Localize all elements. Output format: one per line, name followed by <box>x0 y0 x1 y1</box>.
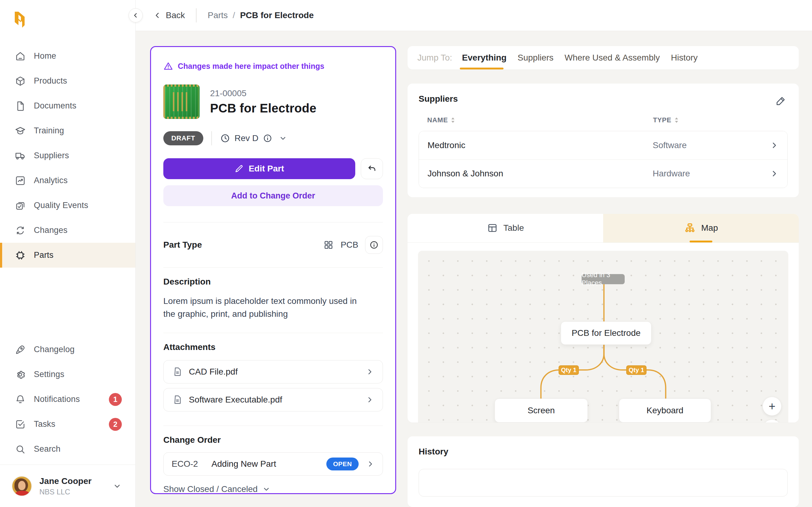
map-zoom-in-button[interactable]: + <box>762 397 781 416</box>
sort-icon <box>674 117 678 123</box>
analytics-icon <box>15 175 26 186</box>
show-closed-canceled-toggle[interactable]: Show Closed / Canceled <box>163 484 383 494</box>
change-order-id: ECO-2 <box>172 459 198 469</box>
revision-label: Rev D <box>235 133 259 143</box>
user-name: Jane Cooper <box>39 476 92 487</box>
attachment-row[interactable]: CAD File.pdf <box>163 360 383 384</box>
supplier-type: Hardware <box>653 169 754 178</box>
topbar-divider <box>196 8 197 22</box>
documents-icon <box>15 101 26 112</box>
tab-where-used-assembly[interactable]: Where Used & Assembly <box>565 53 660 63</box>
supplier-row[interactable]: Johnson & Johnson Hardware <box>419 160 788 188</box>
gear-icon <box>15 369 26 380</box>
edit-part-button[interactable]: Edit Part <box>163 158 355 179</box>
file-icon <box>172 367 183 377</box>
breadcrumb-parts[interactable]: Parts <box>208 10 227 20</box>
sidebar-item-settings[interactable]: Settings <box>0 362 135 387</box>
part-type-section: Part Type PCB <box>163 222 383 267</box>
tab-map-view[interactable]: Map <box>603 214 799 242</box>
sidebar-item-label: Suppliers <box>34 151 69 160</box>
map-node-screen[interactable]: Screen <box>495 399 588 422</box>
sidebar: Home Products Documents Training <box>0 0 136 507</box>
breadcrumb-current-page: PCB for Electrode <box>240 10 314 20</box>
map-node-root[interactable]: PCB for Electrode <box>561 322 652 345</box>
supplier-name: Johnson & Johnson <box>427 169 653 178</box>
sidebar-item-notifications[interactable]: Notifications 1 <box>0 387 135 412</box>
sidebar-item-documents[interactable]: Documents <box>0 94 135 118</box>
sidebar-item-label: Tasks <box>34 419 55 429</box>
description-text: Lorem ipsum is placeholder text commonly… <box>163 295 366 321</box>
part-thumbnail-image <box>163 84 200 119</box>
tasks-count-badge: 2 <box>109 418 122 431</box>
tab-suppliers[interactable]: Suppliers <box>518 53 554 63</box>
column-header-type[interactable]: TYPE <box>653 116 755 124</box>
part-type-info-button[interactable] <box>365 236 383 254</box>
change-order-row[interactable]: ECO-2 Adding New Part OPEN <box>163 452 383 476</box>
chevron-left-icon <box>153 11 161 19</box>
info-icon <box>369 240 379 250</box>
pencil-icon <box>234 164 244 173</box>
show-closed-label: Show Closed / Canceled <box>163 484 258 494</box>
history-title: History <box>419 447 448 456</box>
active-tab-indicator <box>460 68 504 69</box>
tasks-icon <box>15 419 26 430</box>
tab-table-view[interactable]: Table <box>408 214 603 242</box>
sidebar-item-products[interactable]: Products <box>0 68 135 94</box>
suppliers-truck-icon <box>15 150 26 161</box>
sidebar-collapse-button[interactable] <box>129 8 143 22</box>
chevron-right-icon <box>770 141 779 150</box>
chevron-right-icon <box>770 169 779 178</box>
history-row[interactable] <box>419 469 788 497</box>
changes-icon <box>15 225 26 236</box>
sidebar-item-tasks[interactable]: Tasks 2 <box>0 412 135 437</box>
attachment-row[interactable]: Software Executable.pdf <box>163 388 383 411</box>
column-header-name[interactable]: NAME <box>427 116 653 124</box>
change-order-title: Adding New Part <box>212 459 276 469</box>
attachment-name: Software Executable.pdf <box>189 395 283 405</box>
sidebar-spacer <box>0 268 135 337</box>
sidebar-item-label: Products <box>34 76 67 86</box>
brand-logo-icon <box>13 11 28 29</box>
tab-history[interactable]: History <box>671 53 698 63</box>
sidebar-item-training[interactable]: Training <box>0 118 135 143</box>
sidebar-item-quality-events[interactable]: Quality Events <box>0 193 135 218</box>
app-root: Home Products Documents Training <box>0 0 812 507</box>
impact-warning: Changes made here impact other things <box>163 61 383 71</box>
assembly-map-canvas[interactable]: Used in 3 Places PCB for Electrode Qty 1… <box>418 251 788 422</box>
add-to-change-order-button[interactable]: Add to Change Order <box>163 185 383 206</box>
sidebar-item-home[interactable]: Home <box>0 44 135 68</box>
edit-suppliers-pencil-icon[interactable] <box>773 94 788 108</box>
sidebar-item-label: Training <box>34 126 64 135</box>
breadcrumb-separator: / <box>233 10 235 20</box>
tab-everything[interactable]: Everything <box>462 53 507 63</box>
chevron-down-icon[interactable] <box>278 134 287 143</box>
sidebar-item-changelog[interactable]: Changelog <box>0 337 135 362</box>
sidebar-item-label: Notifications <box>34 395 80 404</box>
jump-to-bar: Jump To: Everything Suppliers Where Used… <box>408 46 799 69</box>
user-menu[interactable]: Jane Cooper NBS LLC <box>0 465 135 507</box>
attachments-section: Attachments CAD File.pdf <box>163 333 383 426</box>
undo-button[interactable] <box>361 158 383 179</box>
sidebar-item-parts[interactable]: Parts <box>0 243 135 268</box>
sidebar-item-analytics[interactable]: Analytics <box>0 168 135 193</box>
description-section: Description Lorem ipsum is placeholder t… <box>163 267 383 333</box>
bell-icon <box>15 394 26 405</box>
sidebar-item-search[interactable]: Search <box>0 437 135 461</box>
sidebar-item-label: Search <box>34 444 61 454</box>
status-revision-row: DRAFT Rev D <box>163 131 383 145</box>
revision-selector[interactable]: Rev D <box>220 133 288 144</box>
back-button[interactable]: Back <box>153 10 185 20</box>
status-badge: DRAFT <box>163 131 203 145</box>
topbar: Back Parts / PCB for Electrode <box>136 0 812 31</box>
where-used-panel: Table Map <box>408 214 799 422</box>
part-titles: 21-00005 PCB for Electrode <box>210 89 316 115</box>
supplier-row[interactable]: Medtronic Software <box>419 131 788 160</box>
sidebar-item-changes[interactable]: Changes <box>0 218 135 243</box>
info-icon[interactable] <box>263 133 272 143</box>
map-node-keyboard[interactable]: Keyboard <box>619 399 711 422</box>
user-info: Jane Cooper NBS LLC <box>39 476 92 496</box>
notifications-count-badge: 1 <box>109 393 122 406</box>
sidebar-item-suppliers[interactable]: Suppliers <box>0 143 135 168</box>
quality-events-icon <box>15 200 26 211</box>
grid-icon <box>323 240 334 250</box>
